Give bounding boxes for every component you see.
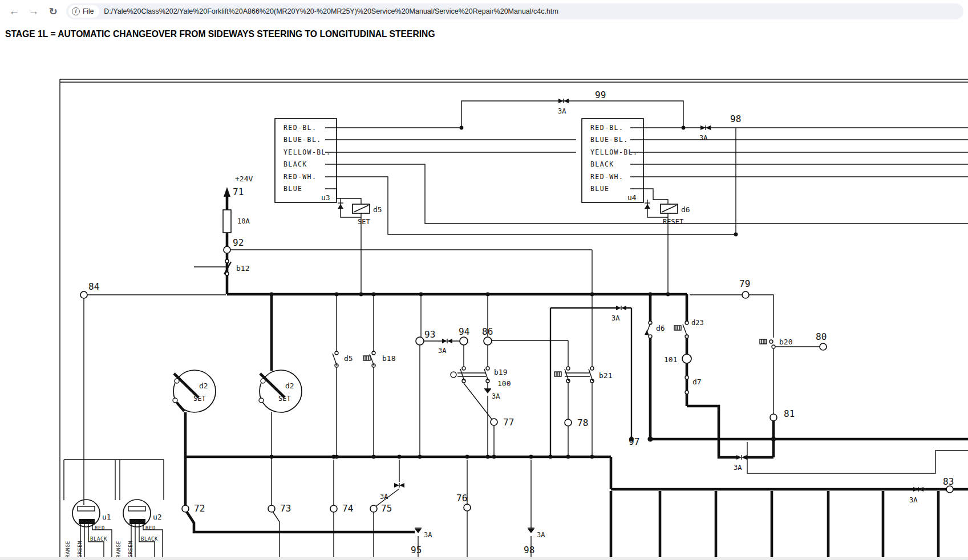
node-75	[370, 505, 377, 512]
wire-label-red: RED	[145, 525, 156, 531]
node-label-81: 81	[784, 408, 795, 419]
node-77	[491, 419, 497, 425]
node-78	[565, 419, 572, 426]
contact-label-d23: d23	[691, 319, 704, 327]
node-label-78: 78	[577, 417, 588, 428]
node-73	[268, 505, 275, 512]
relay-mode-set: SET	[358, 218, 370, 226]
node-label-93: 93	[424, 329, 435, 340]
node-label-99: 99	[595, 90, 606, 100]
gauge-label-u1: u1	[102, 513, 111, 521]
node-92	[224, 246, 230, 253]
fuse-10a-body	[223, 210, 231, 233]
supply-label: +24V	[235, 175, 253, 183]
wiring-diagram: +24V 71 10A 92 b12 RED-BL. BLUE-BL. YELL…	[0, 0, 968, 560]
connector-label-u4: u4	[627, 193, 637, 202]
node-label-74: 74	[342, 503, 353, 514]
switch-label-b20: b20	[779, 338, 792, 346]
node-label-79: 79	[739, 278, 750, 289]
power-feed: +24V 71 10A 92 b12	[223, 175, 253, 275]
node-72	[182, 505, 189, 512]
component-label-b12: b12	[236, 264, 249, 273]
node-label-94: 94	[459, 326, 469, 337]
node-76	[464, 504, 471, 511]
fuse-3a-label: 3A	[537, 531, 545, 539]
gauge-mode-set: SET	[278, 395, 291, 403]
fuse-3a-label: 3A	[424, 531, 432, 539]
u4-connector: RED-BL. BLUE-BL. YELLOW-BL. BLACK RED-WH…	[582, 119, 643, 202]
node-label-84: 84	[88, 281, 99, 292]
wire-label-yellow-bl: YELLOW-BL.	[590, 148, 638, 156]
node-label-83: 83	[943, 476, 954, 487]
wire-label-red-wh: RED-WH.	[283, 173, 317, 181]
fuse-3a-label: 3A	[909, 496, 918, 504]
node-97	[647, 436, 653, 441]
wire-label-red-bl: RED-BL.	[283, 124, 317, 132]
b12-contact-top	[225, 259, 229, 263]
diode-icon	[338, 204, 343, 209]
contact-label-d7: d7	[692, 378, 702, 386]
wire-label-black: BLACK	[90, 536, 107, 542]
wire-label-black: BLACK	[283, 160, 307, 168]
contact-label-b18: b18	[382, 354, 395, 363]
d5-relay: d5 SET	[338, 203, 382, 226]
d23-contact: d23	[674, 319, 704, 338]
node-label-72: 72	[194, 503, 205, 514]
fuse-3a-label: 3A	[611, 314, 620, 322]
node-label-75: 75	[381, 503, 392, 514]
node-79	[742, 291, 749, 298]
arrow-up-icon	[224, 187, 230, 197]
node-93	[416, 337, 424, 345]
horizontal-scrollbar[interactable]	[0, 557, 968, 560]
fuse-3a-label: 3A	[492, 392, 500, 400]
fuse-3a-label: 3A	[380, 493, 388, 501]
fuse-10a-label: 10A	[237, 217, 250, 225]
wire-label-blue: BLUE	[590, 185, 609, 193]
wire-label-black: BLACK	[590, 160, 614, 168]
wire-label-red-bl: RED-BL.	[590, 124, 623, 132]
gauge-label-u2: u2	[153, 513, 162, 521]
node-label-80: 80	[816, 331, 827, 342]
d6-relay: d6 RESET	[645, 203, 690, 226]
fuse-3a-label: 3A	[734, 464, 742, 472]
gauge-label-d2: d2	[285, 382, 294, 390]
wire-label-black: BLACK	[141, 536, 158, 542]
wire-label-red-wh: RED-WH.	[590, 173, 623, 181]
node-label-100: 100	[497, 379, 511, 388]
b18-contact: b18	[363, 351, 395, 367]
diagram-frame	[60, 79, 968, 560]
node-label-77: 77	[503, 417, 514, 428]
relay-label-d6: d6	[681, 205, 690, 214]
d2-gauge-2: d2 SET	[259, 370, 302, 412]
node-81	[770, 414, 777, 421]
fuse-3a-label: 3A	[438, 347, 447, 355]
fuse-3a-label: 3A	[558, 107, 566, 115]
relay-label-d5: d5	[373, 205, 382, 214]
node-86	[484, 337, 492, 345]
wire-label-red: RED	[95, 525, 105, 531]
d2-gauge-1: d2 SET	[173, 370, 216, 412]
node-label-101: 101	[664, 355, 677, 364]
node-label-98b: 98	[524, 545, 534, 555]
thin-wires	[64, 101, 968, 560]
contact-label-d5: d5	[344, 354, 353, 363]
wire-label-green: GREEN	[77, 541, 83, 558]
wire-label-green: GREEN	[128, 541, 133, 558]
switch-label-b21: b21	[599, 371, 612, 380]
node-74	[330, 505, 337, 512]
d6-contact: d6	[645, 321, 665, 338]
wire-label-range: RANGE	[65, 541, 71, 558]
d5-contact: d5	[333, 351, 353, 367]
node-101	[682, 354, 691, 363]
needle	[174, 374, 199, 397]
wire-label-blue-bl: BLUE-BL.	[283, 136, 322, 144]
relay-mode-reset: RESET	[663, 218, 683, 226]
node-label-86: 86	[482, 326, 493, 337]
diode-icon	[645, 204, 650, 209]
node-83	[946, 486, 953, 493]
needle	[260, 374, 285, 397]
node-94	[460, 337, 468, 345]
node-label-71: 71	[233, 186, 244, 197]
connector-label-u3: u3	[321, 193, 330, 202]
wire-label-blue-bl: BLUE-BL.	[590, 136, 629, 144]
